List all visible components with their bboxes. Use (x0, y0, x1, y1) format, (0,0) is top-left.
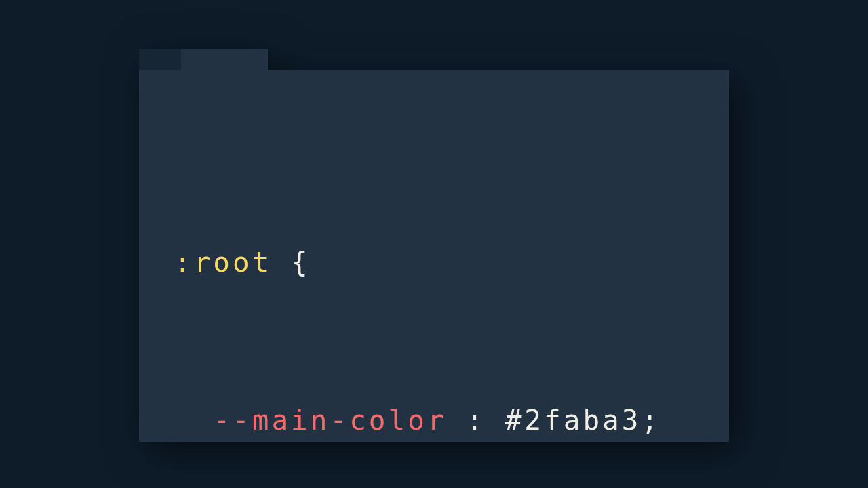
code-area: :root { --main-color : #2faba3; } (174, 149, 702, 488)
css-selector-token: :root (174, 246, 271, 279)
css-property-token: --main-color (213, 404, 446, 436)
css-value-token: #2faba3; (505, 404, 660, 436)
editor-body[interactable]: :root { --main-color : #2faba3; } (139, 70, 729, 442)
indent-token (174, 404, 213, 436)
tab-inactive[interactable] (139, 49, 181, 70)
code-line-2: --main-color : #2faba3; (174, 405, 702, 436)
tab-bar (139, 49, 268, 70)
tab-active[interactable] (181, 49, 268, 70)
brace-open-token: { (271, 246, 310, 279)
editor-window: :root { --main-color : #2faba3; } (139, 49, 729, 442)
code-line-1: :root { (174, 247, 702, 279)
colon-token: : (447, 404, 505, 436)
